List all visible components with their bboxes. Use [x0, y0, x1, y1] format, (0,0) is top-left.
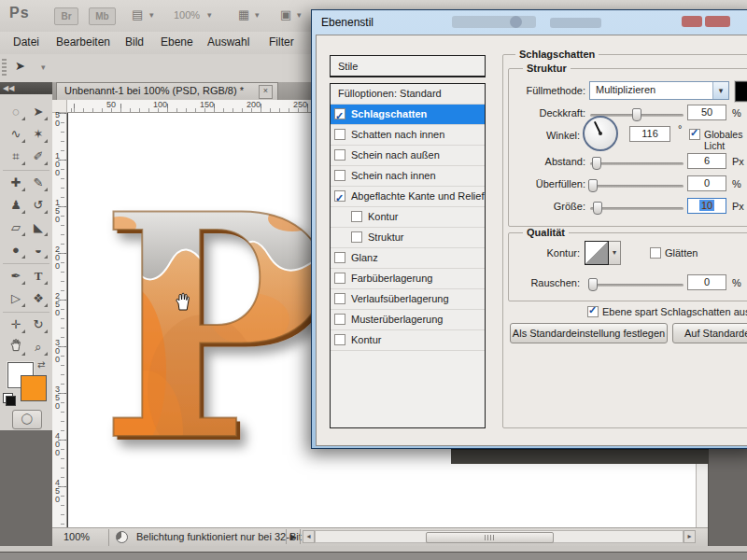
- document-tab[interactable]: Unbenannt-1 bei 100% (PSD, RGB/8) *: [56, 82, 278, 100]
- list-item-satin[interactable]: Glanz: [331, 248, 485, 269]
- global-light-checkbox[interactable]: [689, 129, 700, 140]
- list-item-inner-glow[interactable]: Schein nach innen: [331, 166, 485, 187]
- arrange-documents-icon[interactable]: ▦: [238, 7, 249, 21]
- pen-tool[interactable]: ✒: [6, 267, 26, 286]
- menu-bearbeiten[interactable]: Bearbeiten: [56, 35, 110, 49]
- chevron-down-icon[interactable]: ▾: [255, 10, 260, 20]
- distance-slider-thumb[interactable]: [592, 157, 601, 170]
- checkbox[interactable]: [334, 273, 345, 284]
- angle-dial[interactable]: [583, 116, 618, 151]
- list-item-stroke[interactable]: Kontur: [331, 330, 485, 351]
- contour-thumbnail[interactable]: [585, 241, 609, 265]
- minibridge-button[interactable]: Mb: [89, 7, 116, 25]
- distance-field[interactable]: 6: [687, 153, 726, 169]
- menu-ebene[interactable]: Ebene: [161, 35, 193, 49]
- chevron-down-icon[interactable]: ▾: [41, 63, 46, 72]
- bridge-icon[interactable]: ▤: [132, 7, 143, 21]
- list-item-contour[interactable]: Kontur: [331, 207, 485, 228]
- checkbox[interactable]: [334, 293, 345, 304]
- magic-wand-tool[interactable]: ✶: [28, 125, 49, 144]
- size-slider[interactable]: [590, 207, 684, 210]
- list-item-color-overlay[interactable]: Farbüberlagerung: [331, 269, 485, 289]
- noise-field[interactable]: 0: [687, 274, 726, 290]
- list-item-outer-glow[interactable]: Schein nach außen: [331, 146, 485, 166]
- checkbox[interactable]: [334, 252, 345, 263]
- eraser-tool[interactable]: ▱: [6, 218, 26, 237]
- checkbox[interactable]: [334, 108, 345, 119]
- noise-slider[interactable]: [590, 284, 684, 287]
- spot-healing-brush-tool[interactable]: ✚: [6, 174, 26, 192]
- menu-auswahl[interactable]: Auswahl: [207, 35, 249, 49]
- vertical-ruler[interactable]: 50 100 150 200 250 300 350 400 450: [52, 113, 67, 527]
- checkbox[interactable]: [334, 314, 345, 325]
- paint-bucket-tool[interactable]: ◣: [28, 218, 49, 237]
- list-item-pattern-overlay[interactable]: Musterüberlagerung: [331, 310, 485, 330]
- scroll-right-button[interactable]: ▸: [684, 530, 696, 543]
- checkbox[interactable]: [334, 129, 345, 140]
- chevron-down-icon[interactable]: ▾: [149, 10, 154, 20]
- eyedropper-tool[interactable]: ✐: [28, 147, 49, 166]
- clone-stamp-tool[interactable]: ♟: [6, 196, 26, 215]
- tools-collapse-button[interactable]: ◀◀: [0, 82, 52, 94]
- screen-mode-icon[interactable]: ▣: [280, 7, 291, 21]
- zoom-tool[interactable]: ⌕: [28, 338, 49, 357]
- status-pie-icon[interactable]: [116, 531, 128, 543]
- list-item-bevel-emboss[interactable]: Abgeflachte Kante und Relief: [331, 187, 485, 207]
- status-zoom-field[interactable]: 100%: [63, 531, 90, 542]
- hand-tool[interactable]: [6, 338, 26, 357]
- type-tool[interactable]: T: [28, 267, 49, 286]
- list-item-blending-options[interactable]: Fülloptionen: Standard: [331, 84, 485, 105]
- list-item-gradient-overlay[interactable]: Verlaufsüberlagerung: [331, 289, 485, 310]
- checkbox[interactable]: [334, 190, 345, 202]
- checkbox[interactable]: [351, 231, 362, 243]
- chevron-down-icon[interactable]: ▾: [297, 10, 302, 20]
- options-grip[interactable]: [2, 59, 7, 77]
- noise-slider-thumb[interactable]: [588, 278, 598, 291]
- styles-header[interactable]: Stile: [330, 55, 486, 77]
- spread-slider-thumb[interactable]: [588, 179, 598, 192]
- opacity-slider-thumb[interactable]: [632, 108, 641, 121]
- history-brush-tool[interactable]: ↺: [28, 196, 49, 215]
- quick-mask-button[interactable]: ◯: [12, 410, 42, 429]
- status-expand-button[interactable]: ▶: [286, 529, 301, 544]
- dodge-tool[interactable]: ◒: [28, 241, 49, 259]
- elliptical-marquee-tool[interactable]: ◌: [6, 103, 26, 121]
- menu-bild[interactable]: Bild: [125, 35, 144, 49]
- swap-colors-icon[interactable]: ⇄: [37, 359, 45, 370]
- checkbox[interactable]: [334, 149, 345, 161]
- checkbox[interactable]: [334, 334, 345, 345]
- reset-default-button[interactable]: Auf Standardein: [672, 323, 747, 343]
- anti-aliased-checkbox[interactable]: [650, 247, 661, 259]
- 3d-camera-rotate-tool[interactable]: ↻: [28, 315, 49, 334]
- move-tool[interactable]: ➤: [28, 103, 49, 121]
- horizontal-scrollbar[interactable]: [315, 530, 684, 543]
- list-item-drop-shadow[interactable]: Schlagschatten: [331, 105, 485, 125]
- bridge-button[interactable]: Br: [54, 7, 78, 25]
- shadow-color-swatch[interactable]: [735, 81, 747, 102]
- size-field[interactable]: 10: [687, 198, 726, 214]
- size-slider-thumb[interactable]: [593, 202, 602, 215]
- make-default-button[interactable]: Als Standardeinstellung festlegen: [510, 323, 668, 343]
- checkbox[interactable]: [334, 170, 345, 181]
- blend-mode-dropdown[interactable]: Multiplizieren ▾: [589, 81, 729, 100]
- angle-field[interactable]: 116: [629, 126, 670, 142]
- scrollbar-thumb[interactable]: [426, 532, 554, 543]
- custom-shape-tool[interactable]: ❖: [28, 289, 49, 308]
- list-item-texture[interactable]: Struktur: [331, 228, 485, 248]
- background-color-swatch[interactable]: [21, 375, 47, 401]
- layer-knockout-checkbox[interactable]: [587, 306, 599, 317]
- menu-filter[interactable]: Filter: [269, 35, 294, 49]
- spread-field[interactable]: 0: [687, 175, 726, 191]
- tab-close-icon[interactable]: ×: [259, 85, 273, 99]
- checkbox[interactable]: [351, 211, 362, 222]
- brush-tool[interactable]: ✎: [28, 174, 49, 192]
- blur-tool[interactable]: ●: [6, 241, 26, 259]
- path-selection-tool[interactable]: ▷: [6, 289, 26, 308]
- list-item-inner-shadow[interactable]: Schatten nach innen: [331, 125, 485, 146]
- 3d-object-rotate-tool[interactable]: ✛: [6, 315, 26, 334]
- contour-dropdown-arrow[interactable]: ▾: [609, 241, 621, 265]
- menu-datei[interactable]: Datei: [13, 35, 39, 49]
- chevron-down-icon[interactable]: ▾: [207, 10, 212, 20]
- spread-slider[interactable]: [590, 185, 684, 188]
- crop-tool[interactable]: ⌗: [6, 147, 26, 166]
